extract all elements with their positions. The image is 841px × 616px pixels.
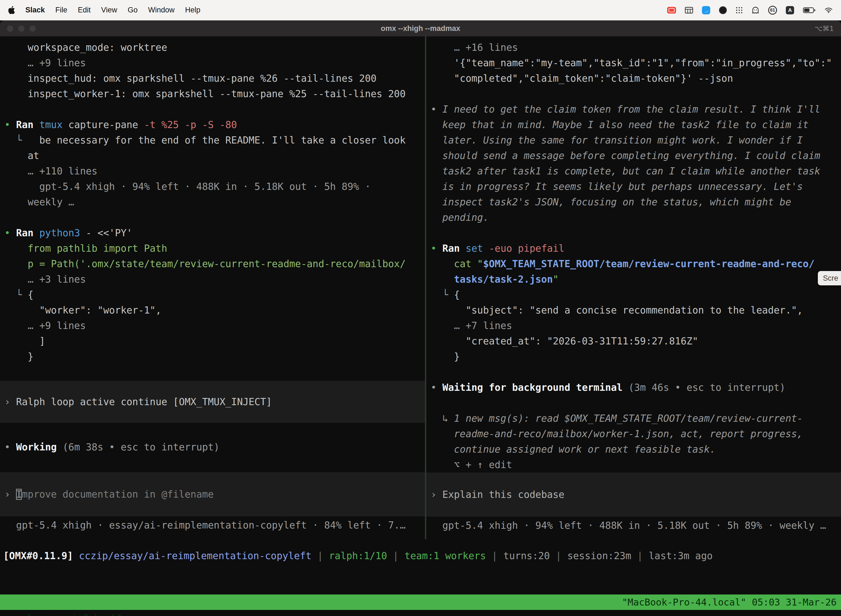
- pane-status-line: gpt-5.4 xhigh · essay/ai-reimplementatio…: [0, 518, 425, 533]
- scrollback-output: … +16 lines '{"team_name":"my-team","tas…: [426, 40, 841, 472]
- terminal-line: weekly …: [0, 194, 425, 210]
- grid-icon[interactable]: [685, 7, 693, 13]
- menu-edit[interactable]: Edit: [78, 6, 91, 14]
- terminal-line: "created_at": "2026-03-31T11:59:27.816Z": [426, 333, 841, 349]
- terminal-line: readme-and-reco/mailbox/worker-1.json, a…: [426, 426, 841, 441]
- dark-app-icon[interactable]: [719, 6, 727, 14]
- terminal-line: task2 after task1 is complete, but can I…: [426, 163, 841, 179]
- terminal-line: └ be necessary for the end of the README…: [0, 132, 425, 148]
- macos-menu-bar: Slack FileEditViewGoWindowHelp 61 A: [0, 0, 841, 21]
- terminal-line: └ {: [426, 287, 841, 302]
- scrollback-output: workspace_mode: worktree … +9 lines insp…: [0, 40, 425, 364]
- minimize-button[interactable]: [18, 25, 25, 32]
- terminal-pane-right[interactable]: … +16 lines '{"team_name":"my-team","tas…: [426, 37, 841, 539]
- terminal-line: … +16 lines: [426, 40, 841, 55]
- terminal-line: … +110 lines: [0, 163, 425, 179]
- terminal-line: [426, 364, 841, 380]
- battery-percent-ring[interactable]: 61: [768, 6, 777, 15]
- terminal-line: "subject": "send a concise recommendatio…: [426, 302, 841, 318]
- menu-go[interactable]: Go: [128, 6, 138, 14]
- pane-status-line: gpt-5.4 xhigh · 94% left · 488K in · 5.1…: [426, 518, 841, 533]
- terminal-line: }: [426, 349, 841, 364]
- menu-help[interactable]: Help: [185, 6, 201, 14]
- terminal-line: "completed","claim_token":"claim-token"}…: [426, 70, 841, 86]
- omx-status-bar: [OMX#0.11.9] cczip/essay/ai-reimplementa…: [0, 548, 841, 563]
- terminal-line: [426, 86, 841, 101]
- terminal-line: tasks/task-2.json": [426, 271, 841, 287]
- terminal-line: … +7 lines: [426, 318, 841, 333]
- prompt-input-band[interactable]: › Improve documentation in @filename: [0, 472, 425, 516]
- terminal-line: at: [0, 148, 425, 163]
- queued-message-band[interactable]: › Ralph loop active continue [OMX_TMUX_I…: [0, 381, 425, 423]
- terminal-line: • Ran python3 - <<'PY': [0, 225, 425, 241]
- terminal-line: gpt-5.4 xhigh · 94% left · 488K in · 5.1…: [0, 179, 425, 194]
- prompt-input-band[interactable]: › Explain this codebase: [426, 472, 841, 517]
- menu-items: FileEditViewGoWindowHelp: [56, 6, 201, 14]
- tmux-host-clock: "MacBook-Pro-44.local" 05:03 31-Mar-26: [622, 594, 837, 610]
- terminal-line: ⌥ + ↑ edit: [426, 457, 841, 472]
- battery-icon[interactable]: [803, 7, 816, 13]
- terminal-line: inspect_worker-1: omx sparkshell --tmux-…: [0, 86, 425, 101]
- terminal-line: inspect task2's JSON, focusing on the st…: [426, 194, 841, 210]
- input-source-icon[interactable]: A: [786, 6, 794, 14]
- terminal-line: › Explain this codebase: [426, 487, 841, 502]
- dots-grid-icon[interactable]: [736, 7, 743, 14]
- terminal-line: cat "$OMX_TEAM_STATE_ROOT/team/review-cu…: [426, 256, 841, 271]
- terminal-line: … +3 lines: [0, 271, 425, 287]
- terminal-line: continue assigned work or next feasible …: [426, 441, 841, 457]
- terminal-line: ↳ 1 new msg(s): read $OMX_TEAM_STATE_ROO…: [426, 411, 841, 426]
- terminal-line: }: [0, 349, 425, 364]
- terminal-line: p = Path('.omx/state/team/review-current…: [0, 256, 425, 271]
- terminal-window: omx --xhigh --madmax ⌥⌘1 workspace_mode:…: [0, 21, 841, 616]
- terminal-line: [0, 210, 425, 225]
- terminal-line: … +9 lines: [0, 318, 425, 333]
- terminal-line: [0, 101, 425, 117]
- terminal-line: ]: [0, 333, 425, 349]
- window-title-bar: omx --xhigh --madmax ⌥⌘1: [0, 21, 841, 37]
- terminal-line: [426, 225, 841, 241]
- working-status: • Working (6m 38s • esc to interrupt): [0, 439, 425, 455]
- apple-menu-icon[interactable]: [8, 6, 15, 14]
- ghost-icon[interactable]: [752, 7, 759, 14]
- window-title: omx --xhigh --madmax: [0, 24, 841, 33]
- menu-window[interactable]: Window: [148, 6, 175, 14]
- terminal-pane-left[interactable]: workspace_mode: worktree … +9 lines insp…: [0, 37, 425, 539]
- zoom-button[interactable]: [29, 25, 36, 32]
- screen-share-pill[interactable]: Scre: [818, 271, 841, 285]
- screen-recording-indicator[interactable]: [667, 7, 676, 13]
- terminal-line: gpt-5.4 xhigh · 94% left · 488K in · 5.1…: [426, 518, 841, 533]
- terminal-line: • Waiting for background terminal (3m 46…: [426, 380, 841, 395]
- menu-view[interactable]: View: [101, 6, 117, 14]
- terminal-line: pending.: [426, 210, 841, 225]
- terminal-line: • Ran set -euo pipefail: [426, 241, 841, 256]
- terminal-line: '{"team_name":"my-team","task_id":"1","f…: [426, 55, 841, 70]
- menu-bar-left: Slack FileEditViewGoWindowHelp: [8, 6, 200, 14]
- terminal-line: › Ralph loop active continue [OMX_TMUX_I…: [0, 394, 425, 409]
- terminal-line: • Ran tmux capture-pane -t %25 -p -S -80: [0, 117, 425, 132]
- battery-percent-label: 61: [770, 8, 775, 13]
- blue-app-icon[interactable]: [702, 6, 710, 14]
- wifi-icon[interactable]: [825, 7, 833, 13]
- terminal-line: › Improve documentation in @filename: [0, 487, 425, 502]
- terminal-line: • Working (6m 38s • esc to interrupt): [0, 439, 425, 455]
- terminal-line: └ {: [0, 287, 425, 302]
- terminal-line: should send a message before completing …: [426, 148, 841, 163]
- menu-app-name[interactable]: Slack: [25, 6, 45, 14]
- close-button[interactable]: [7, 25, 13, 32]
- tmux-session-label: [omx-cczip0:bash*: [23, 612, 123, 616]
- terminal-line: inspect_hud: omx sparkshell --tmux-pane …: [0, 70, 425, 86]
- window-controls: [0, 25, 36, 32]
- terminal-line: from pathlib import Path: [0, 241, 425, 256]
- terminal-line: keep that in mind. Maybe I also need the…: [426, 117, 841, 132]
- terminal-line: • I need to get the claim token from the…: [426, 101, 841, 117]
- window-shortcut-hint: ⌥⌘1: [815, 25, 834, 32]
- terminal-line: workspace_mode: worktree: [0, 40, 425, 55]
- terminal-line: later. Using the same for transition mig…: [426, 132, 841, 148]
- terminal-line: gpt-5.4 xhigh · essay/ai-reimplementatio…: [0, 518, 425, 533]
- terminal-line: … +9 lines: [0, 55, 425, 70]
- terminal-line: "worker": "worker-1",: [0, 302, 425, 318]
- terminal-line: is in progress? It seems likely but perh…: [426, 179, 841, 194]
- menu-status-icons: 61 A: [667, 6, 833, 15]
- menu-file[interactable]: File: [56, 6, 67, 14]
- tmux-status-bar: [omx-cczip0:bash* "MacBook-Pro-44.local"…: [0, 594, 841, 610]
